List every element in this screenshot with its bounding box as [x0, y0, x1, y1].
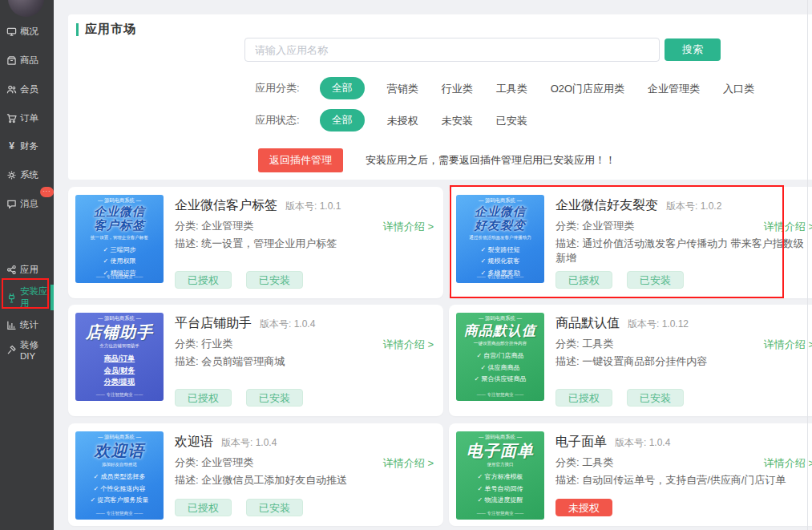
- thumb-top-label: — 源码电商系统 —: [461, 196, 540, 205]
- message-count-badge: ···: [40, 187, 54, 197]
- detail-link[interactable]: 详情介绍 >: [764, 456, 812, 471]
- app-status-tags: 已授权已安装: [555, 271, 698, 289]
- app-status-tags: 已授权已安装: [175, 389, 317, 407]
- app-category: 分类: 企业管理类: [175, 455, 253, 470]
- app-title: 平台店铺助手: [175, 315, 252, 332]
- status-option-0[interactable]: 未授权: [387, 115, 418, 127]
- sidebar-item-7[interactable]: 消息···: [0, 194, 54, 213]
- sidebar-item-label: 统计: [20, 319, 38, 331]
- detail-link[interactable]: 详情介绍 >: [764, 220, 812, 234]
- thumb-top-label: — 源码电商系统 —: [80, 314, 160, 323]
- category-option-1[interactable]: 行业类: [442, 83, 473, 95]
- status-option-2[interactable]: 已安装: [496, 115, 527, 127]
- app-title: 商品默认值: [555, 315, 620, 332]
- category-filter-selected[interactable]: 全部: [320, 77, 365, 99]
- sidebar-item-11[interactable]: 装修DIY: [0, 340, 54, 359]
- finance-icon: ¥: [6, 141, 17, 152]
- app-card-1: — 源码电商系统 —企业微信客户标签统一设置，管理企业客户标签✓ 三端同步✓ 使…: [68, 187, 443, 298]
- status-tag-未授权[interactable]: 未授权: [555, 499, 612, 516]
- category-option-2[interactable]: 工具类: [496, 83, 527, 95]
- app-status-tags: 已授权已安装: [175, 499, 317, 516]
- stats-icon: [6, 320, 17, 330]
- category-filter-row: 应用分类: 全部 营销类行业类工具类O2O门店应用类企业管理类入口类: [255, 77, 778, 99]
- notice-row: 返回插件管理 安装应用之后，需要返回插件管理启用已安装应用！！: [258, 148, 616, 172]
- detail-link[interactable]: 详情介绍 >: [764, 338, 812, 352]
- app-thumbnail: — 源码电商系统 —企业微信客户标签统一设置，管理企业客户标签✓ 三端同步✓ 使…: [75, 195, 164, 283]
- app-title: 欢迎语: [175, 434, 213, 451]
- notice-text: 安装应用之后，需要返回插件管理启用已安装应用！！: [366, 153, 616, 168]
- thumb-title: 企业微信客户标签: [75, 205, 164, 233]
- sidebar-item-label: 应用: [20, 264, 38, 276]
- detail-link[interactable]: 详情介绍 >: [383, 338, 434, 352]
- category-filter-label: 应用分类:: [255, 81, 300, 95]
- sidebar-item-9[interactable]: 安装应用: [0, 288, 54, 307]
- status-tag-已安装[interactable]: 已安装: [246, 389, 303, 407]
- category-option-4[interactable]: 企业管理类: [648, 83, 700, 95]
- app-category: 分类: 工具类: [555, 455, 613, 470]
- sidebar-item-label: 财务: [20, 140, 38, 152]
- sidebar-item-label: 系统: [20, 169, 38, 181]
- user-avatar[interactable]: [8, 0, 44, 17]
- return-plugin-manage-button[interactable]: 返回插件管理: [258, 148, 343, 172]
- app-title: 企业微信客户标签: [175, 197, 277, 214]
- app-status-tags: 未授权: [555, 499, 627, 516]
- sidebar-item-8[interactable]: 应用: [0, 260, 54, 279]
- detail-link[interactable]: 详情介绍 >: [383, 220, 434, 234]
- thumb-bullets: ✓ 自营/门店商品✓ 供应商商品✓ 聚合供应链商品: [456, 350, 544, 386]
- status-options: 未授权未安装已安装: [387, 113, 551, 128]
- status-option-1[interactable]: 未安装: [442, 115, 473, 127]
- search-input[interactable]: [244, 38, 660, 62]
- status-filter-selected[interactable]: 全部: [320, 109, 365, 131]
- status-tag-已授权[interactable]: 已授权: [555, 271, 612, 289]
- goods-icon: [6, 55, 17, 66]
- app-category: 分类: 企业管理类: [555, 219, 634, 233]
- thumb-title: 电子面单: [456, 442, 544, 459]
- overview-icon: [6, 26, 17, 37]
- status-tag-已安装[interactable]: 已安装: [246, 271, 303, 289]
- status-tag-已授权[interactable]: 已授权: [175, 389, 232, 407]
- thumb-bottom-label: —— 专注智慧商业 ——: [82, 392, 157, 399]
- title-accent-bar: [76, 23, 79, 36]
- app-category: 分类: 企业管理类: [175, 219, 253, 233]
- sidebar-item-5[interactable]: ¥财务: [0, 136, 54, 156]
- page-title-wrap: 应用市场: [76, 22, 136, 37]
- sidebar: 概况商品会员订单¥财务系统消息···应用安装应用统计装修DIY: [0, 0, 54, 530]
- search-button[interactable]: 搜索: [665, 38, 721, 61]
- thumb-tagline: 通过价值活动激发客户传播动力: [463, 234, 538, 241]
- sidebar-item-label: 安装应用: [20, 285, 54, 310]
- thumb-bottom-label: —— 专注智慧商业 ——: [463, 274, 538, 281]
- thumb-top-label: — 源码电商系统 —: [461, 432, 540, 442]
- app-version: 版本号: 1.0.4: [221, 436, 277, 450]
- status-tag-已授权[interactable]: 已授权: [555, 389, 612, 407]
- app-card-6: — 源码电商系统 —电子面单使用官方接口✓ 官方标准模板✓ 单号自动回传✓ 物流…: [449, 423, 812, 526]
- sidebar-item-6[interactable]: 系统: [0, 165, 54, 184]
- status-tag-已授权[interactable]: 已授权: [175, 499, 232, 516]
- thumb-bullets: ✓ 成员类型选择多✓ 个性化推送内容✓ 提高客户服务质量: [75, 471, 164, 507]
- category-option-5[interactable]: 入口类: [723, 83, 754, 95]
- status-tag-已安装[interactable]: 已安装: [627, 389, 684, 407]
- sidebar-item-1[interactable]: 概况: [0, 22, 54, 41]
- detail-link[interactable]: 详情介绍 >: [383, 456, 434, 471]
- app-version: 版本号: 1.0.4: [260, 318, 315, 331]
- status-tag-已授权[interactable]: 已授权: [175, 271, 232, 289]
- sidebar-item-10[interactable]: 统计: [0, 315, 54, 334]
- app-card-3: — 源码电商系统 —店铺助手全方位店铺管理助手商品/订单会员/财务分类/提现——…: [68, 305, 443, 416]
- category-option-3[interactable]: O2O门店应用类: [551, 83, 624, 95]
- app-thumbnail: — 源码电商系统 —店铺助手全方位店铺管理助手商品/订单会员/财务分类/提现——…: [75, 313, 164, 401]
- sidebar-item-2[interactable]: 商品: [0, 51, 54, 70]
- sidebar-item-4[interactable]: 订单: [0, 108, 54, 127]
- sidebar-item-label: 订单: [20, 112, 38, 124]
- thumb-top-label: — 源码电商系统 —: [461, 314, 540, 323]
- sidebar-item-label: 商品: [20, 55, 38, 67]
- category-option-0[interactable]: 营销类: [387, 83, 418, 95]
- thumb-title: 商品默认值: [456, 323, 544, 338]
- status-tag-已安装[interactable]: 已安装: [246, 499, 303, 516]
- app-description: 描述: 一键设置商品部分挂件内容: [555, 354, 812, 369]
- app-card-5: — 源码电商系统 —欢迎语添加好友自动推送✓ 成员类型选择多✓ 个性化推送内容✓…: [68, 423, 443, 526]
- app-description: 描述: 通过价值活动激发客户传播动力 带来客户指数级新增: [555, 237, 812, 265]
- status-tag-已安装[interactable]: 已安装: [627, 271, 684, 289]
- sidebar-item-3[interactable]: 会员: [0, 79, 54, 99]
- status-filter-row: 应用状态: 全部 未授权未安装已安装: [255, 109, 551, 131]
- app-version: 版本号: 1.0.4: [615, 436, 670, 450]
- sidebar-item-label: 概况: [20, 26, 38, 38]
